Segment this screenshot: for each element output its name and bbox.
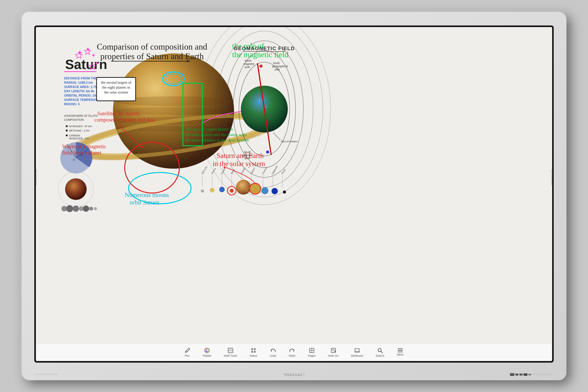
undo-icon	[270, 348, 276, 354]
palette-label: Palette	[203, 354, 211, 357]
search-label: Search	[376, 354, 384, 357]
toolbar-item-search[interactable]: Search	[373, 346, 386, 359]
svg-text:METHANE - 2.5%: METHANE - 2.5%	[69, 129, 90, 132]
screen-border: Comparison of composition and properties…	[34, 26, 554, 362]
indicator-dot-1	[292, 373, 294, 375]
search-icon	[377, 348, 383, 354]
svg-text:Waves of a magnetic: Waves of a magnetic	[62, 144, 106, 149]
svg-text:π: π	[229, 348, 230, 350]
indicator-dot-4	[300, 373, 302, 375]
port-hdmi	[510, 373, 514, 376]
svg-text:Numerous moons: Numerous moons	[125, 192, 169, 198]
svg-point-123	[201, 190, 204, 193]
svg-point-143	[206, 351, 208, 352]
whiteboard-area: Comparison of composition and properties…	[36, 27, 552, 344]
svg-point-125	[219, 187, 224, 192]
svg-point-142	[207, 350, 208, 352]
indicator-dot-5	[303, 373, 305, 375]
svg-text:COMPOSITION:: COMPOSITION:	[64, 118, 84, 121]
svg-text:South: South	[244, 150, 251, 154]
svg-text:pole: pole	[245, 156, 250, 160]
toolbar-item-select[interactable]: Select	[247, 346, 260, 359]
svg-text:√: √	[231, 348, 232, 350]
svg-text:DAY LENGTH: 6d 4h: DAY LENGTH: 6d 4h	[64, 90, 94, 93]
select-label: Select	[250, 354, 257, 357]
pen-icon	[184, 348, 190, 354]
speaker-grille-left	[35, 374, 59, 375]
indicator-bar	[283, 374, 291, 374]
svg-text:↑: ↑	[258, 98, 260, 102]
svg-text:D: D	[73, 158, 75, 161]
miniboard-label: Miniboard	[351, 354, 363, 357]
palette-icon	[204, 348, 210, 354]
toolbar-item-menu[interactable]: Menu	[394, 347, 406, 358]
svg-text:NITROGEN - 97.0%: NITROGEN - 97.0%	[69, 125, 92, 128]
toolbar-item-pen[interactable]: Pen	[182, 346, 192, 359]
svg-text:North: North	[273, 62, 280, 65]
toolbar-item-note-on[interactable]: Note On	[326, 346, 341, 359]
menu-icon	[398, 348, 403, 352]
port-usb-1	[515, 374, 518, 376]
toolbar-item-math[interactable]: π √ ÷ × Math Tools	[222, 346, 239, 359]
svg-text:the second largest of: the second largest of	[101, 80, 132, 84]
svg-text:pole: pole	[274, 68, 280, 71]
math-tools-label: Math Tools	[224, 354, 237, 357]
svg-point-152	[252, 351, 253, 352]
svg-text:orbit Saturn: orbit Saturn	[130, 199, 159, 206]
svg-text:→: →	[264, 105, 268, 108]
svg-text:×: ×	[231, 351, 232, 353]
svg-text:÷: ÷	[229, 351, 230, 353]
svg-point-153	[254, 351, 256, 352]
svg-point-134	[283, 190, 286, 194]
toolbar-item-redo[interactable]: Redo	[286, 346, 298, 359]
tv-display: Comparison of composition and properties…	[22, 12, 566, 380]
svg-text:North: North	[245, 59, 252, 62]
svg-text:pole: pole	[245, 66, 250, 68]
toolbar-item-miniboard[interactable]: Miniboard	[349, 346, 365, 359]
svg-point-58	[66, 205, 73, 212]
svg-text:magnetic: magnetic	[244, 62, 254, 66]
toolbar-item-palette[interactable]: Palette	[200, 346, 214, 359]
svg-point-139	[206, 349, 207, 350]
svg-rect-0	[37, 27, 551, 344]
port-dp	[524, 374, 528, 376]
svg-text:RADIUS: 1188.3 km: RADIUS: 1188.3 km	[64, 81, 93, 84]
svg-text:The second largest planet in: The second largest planet in	[185, 126, 233, 132]
toolbar-item-undo[interactable]: Undo	[267, 346, 278, 359]
svg-point-62	[89, 207, 93, 211]
svg-text:✦: ✦	[91, 52, 96, 58]
svg-text:Axis of rotation: Axis of rotation	[281, 140, 298, 143]
note-on-icon	[330, 348, 336, 354]
svg-point-141	[206, 350, 206, 352]
toolbar: Pen Palette	[36, 344, 552, 361]
miniboard-icon	[354, 348, 360, 354]
ports-area	[510, 373, 531, 376]
svg-text:Saturn: Saturn	[65, 57, 107, 72]
svg-line-167	[381, 351, 382, 353]
svg-point-150	[252, 348, 253, 350]
svg-point-44	[66, 130, 68, 132]
svg-point-59	[73, 206, 79, 212]
svg-text:properties of Saturn and Earth: properties of Saturn and Earth	[100, 52, 204, 61]
svg-point-124	[210, 188, 214, 192]
svg-text:the eight planets in: the eight planets in	[102, 85, 130, 90]
port-usb-2	[520, 374, 522, 376]
svg-point-63	[94, 207, 97, 210]
indicator-dot-2	[295, 373, 296, 375]
pages-icon	[309, 348, 315, 354]
svg-point-90	[260, 64, 263, 68]
svg-point-42	[66, 125, 68, 127]
svg-text:MOONS: 5: MOONS: 5	[64, 102, 80, 106]
svg-text:geographical: geographical	[272, 65, 288, 68]
svg-text:field from a planet: field from a planet	[62, 150, 101, 156]
svg-text:CARBON: CARBON	[69, 134, 80, 137]
svg-point-133	[272, 188, 278, 194]
note-on-label: Note On	[328, 354, 338, 357]
math-tools-icon: π √ ÷ ×	[228, 348, 234, 354]
toolbar-item-pages[interactable]: Pages	[306, 346, 318, 359]
svg-text:Satellites are mainly: Satellites are mainly	[98, 110, 140, 116]
svg-text:the solar system: the solar system	[104, 90, 128, 94]
speaker-left	[35, 374, 59, 375]
svg-text:GEOMAGNETIC FIELD: GEOMAGNETIC FIELD	[234, 46, 295, 51]
tv-screen: Comparison of composition and properties…	[36, 27, 552, 361]
